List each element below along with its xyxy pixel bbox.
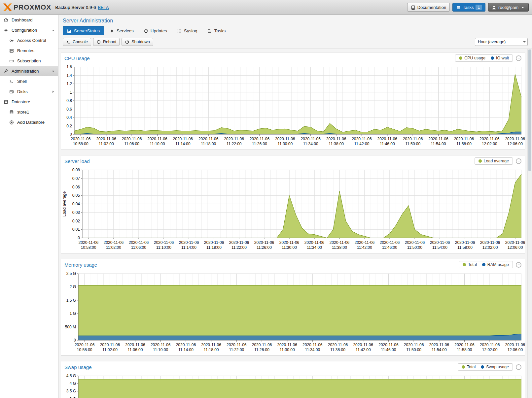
- svg-text:0.07: 0.07: [72, 176, 80, 181]
- sidebar-item-administration[interactable]: Administration: [0, 66, 58, 76]
- legend-dot: [482, 263, 485, 266]
- sidebar-item-access-control[interactable]: Access Control: [0, 35, 58, 46]
- reboot-button[interactable]: Reboot: [93, 38, 120, 46]
- svg-text:2020-11-06: 2020-11-06: [328, 343, 348, 347]
- legend-item-total[interactable]: Total: [462, 365, 476, 369]
- svg-text:2020-11-06: 2020-11-06: [326, 137, 346, 141]
- svg-text:1: 1: [70, 90, 72, 95]
- sidebar-item-configuration[interactable]: Configuration: [0, 25, 58, 35]
- legend-item-load-average[interactable]: Load average: [479, 159, 509, 163]
- legend-item-cpu-usage[interactable]: CPU usage: [459, 56, 485, 60]
- tab-label: Tasks: [214, 28, 226, 33]
- svg-text:1.2: 1.2: [66, 82, 72, 86]
- svg-text:11:26:00: 11:26:00: [252, 142, 267, 146]
- documentation-button[interactable]: Documentation: [407, 3, 450, 12]
- svg-text:11:18:00: 11:18:00: [206, 245, 222, 250]
- svg-text:0.02: 0.02: [72, 219, 80, 223]
- sidebar-item-store1[interactable]: store1: [0, 107, 58, 117]
- documentation-label: Documentation: [417, 5, 446, 10]
- svg-text:11:50:00: 11:50:00: [405, 142, 420, 146]
- panel-header: Server loadLoad average−: [61, 155, 525, 167]
- svg-text:11:02:00: 11:02:00: [102, 348, 118, 352]
- sidebar-item-datastore[interactable]: Datastore: [0, 97, 58, 107]
- svg-text:11:46:00: 11:46:00: [380, 142, 395, 146]
- collapse-panel-icon[interactable]: −: [516, 262, 521, 268]
- sidebar-item-shell[interactable]: Shell: [0, 76, 58, 86]
- tasks-button[interactable]: Tasks 1: [452, 3, 485, 12]
- power-icon: [125, 40, 129, 45]
- chart-legend: TotalSwap usage: [458, 363, 513, 371]
- svg-text:2020-11-06: 2020-11-06: [404, 343, 424, 347]
- svg-text:11:38:00: 11:38:00: [330, 348, 345, 352]
- header-actions: Documentation Tasks 1 root@pam: [407, 3, 529, 12]
- svg-text:11:50:00: 11:50:00: [407, 245, 422, 250]
- panel-title: CPU usage: [64, 55, 90, 61]
- legend-dot: [481, 365, 484, 369]
- beta-link[interactable]: BETA: [98, 5, 109, 10]
- svg-text:11:54:00: 11:54:00: [431, 142, 446, 146]
- vertical-scrollbar[interactable]: [527, 49, 532, 398]
- svg-text:11:46:00: 11:46:00: [381, 348, 396, 352]
- legend-item-ram-usage[interactable]: RAM usage: [482, 262, 509, 267]
- tab-label: ServerStatus: [74, 28, 100, 33]
- svg-text:2020-11-06: 2020-11-06: [129, 240, 149, 245]
- tab-tasks[interactable]: Tasks: [203, 26, 230, 35]
- legend-item-swap-usage[interactable]: Swap usage: [481, 365, 509, 369]
- book-icon: [411, 5, 415, 10]
- svg-text:0.03: 0.03: [72, 210, 80, 215]
- sidebar-item-remotes[interactable]: Remotes: [0, 46, 58, 56]
- svg-text:2020-11-06: 2020-11-06: [254, 240, 274, 245]
- svg-text:0.8: 0.8: [66, 98, 72, 103]
- collapse-panel-icon[interactable]: −: [516, 158, 521, 164]
- tab-updates[interactable]: Updates: [139, 26, 171, 35]
- sidebar-item-subscription[interactable]: Subscription: [0, 56, 58, 66]
- collapse-panel-icon[interactable]: −: [516, 364, 521, 370]
- svg-text:2020-11-06: 2020-11-06: [100, 343, 120, 347]
- svg-text:11:34:00: 11:34:00: [307, 245, 322, 250]
- shutdown-button[interactable]: Shutdown: [122, 38, 153, 46]
- svg-text:11:30:00: 11:30:00: [277, 142, 293, 146]
- legend-dot: [491, 56, 494, 60]
- sidebar-item-dashboard[interactable]: Dashboard: [0, 15, 58, 25]
- legend-dot: [459, 56, 462, 60]
- chart-area-icon: [67, 28, 72, 33]
- legend-item-io-wait[interactable]: IO wait: [491, 56, 509, 60]
- svg-text:2.5 G: 2.5 G: [66, 271, 76, 276]
- svg-text:2020-11-06: 2020-11-06: [454, 343, 475, 347]
- collapse-panel-icon[interactable]: −: [516, 55, 521, 61]
- sidebar-item-add-datastore[interactable]: Add Datastore: [0, 117, 58, 127]
- svg-text:11:14:00: 11:14:00: [178, 348, 194, 352]
- svg-text:2020-11-06: 2020-11-06: [275, 137, 295, 141]
- legend-item-total[interactable]: Total: [463, 262, 477, 267]
- sidebar-item-disks[interactable]: Disks: [0, 86, 58, 97]
- svg-text:2020-11-06: 2020-11-06: [71, 137, 91, 141]
- proxmox-x-icon: [3, 3, 12, 11]
- sidebar: DashboardConfigurationAccess ControlRemo…: [0, 15, 58, 398]
- chart-legend: Load average: [475, 157, 513, 165]
- svg-text:2020-11-06: 2020-11-06: [355, 240, 375, 245]
- tab-syslog[interactable]: Syslog: [173, 26, 202, 35]
- time-range-select[interactable]: Hour (average): [475, 38, 528, 46]
- tab-serverstatus[interactable]: ServerStatus: [63, 26, 104, 35]
- user-menu-button[interactable]: root@pam: [488, 3, 529, 12]
- panel-memory-usage: Memory usageTotalRAM usage−0500 M1 G1.5 …: [61, 259, 525, 356]
- cpu-usage-chart-svg: 00.20.40.60.811.21.41.62020-11-0610:58:0…: [61, 64, 525, 149]
- svg-text:1 G: 1 G: [70, 311, 76, 316]
- svg-text:11:30:00: 11:30:00: [282, 245, 297, 250]
- svg-text:11:38:00: 11:38:00: [329, 142, 344, 146]
- panels-container: CPU usageCPU usageIO wait−00.20.40.60.81…: [58, 49, 527, 398]
- console-button[interactable]: Console: [63, 38, 91, 46]
- svg-text:10:58:00: 10:58:00: [81, 245, 96, 250]
- tab-services[interactable]: Services: [105, 26, 138, 35]
- scrollbar-thumb[interactable]: [528, 50, 531, 171]
- proxmox-logo: PROXMOX: [3, 3, 51, 11]
- legend-label: Total: [468, 262, 477, 267]
- product-title: Backup Server 0.9-6: [55, 5, 96, 10]
- svg-text:0.05: 0.05: [72, 193, 80, 198]
- legend-dot: [462, 365, 465, 369]
- sidebar-item-label: Subscription: [17, 58, 41, 63]
- toolbar-buttons: ConsoleRebootShutdown: [63, 38, 153, 46]
- svg-text:0.2: 0.2: [66, 124, 72, 128]
- svg-text:2020-11-06: 2020-11-06: [455, 240, 475, 245]
- svg-text:11:06:00: 11:06:00: [128, 348, 143, 352]
